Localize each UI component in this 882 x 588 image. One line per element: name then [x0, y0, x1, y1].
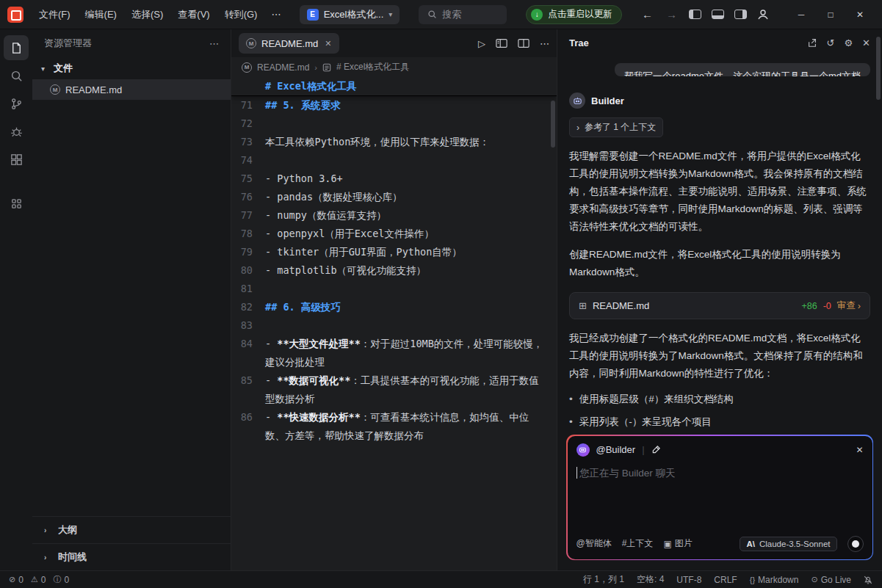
code-line[interactable]: 82## 6. 高级技巧: [231, 298, 557, 316]
files-section-header[interactable]: ▾ 文件: [32, 57, 231, 79]
code-line[interactable]: 85- **数据可视化**：工具提供基本的可视化功能，适用于数值型数据分析: [231, 371, 557, 408]
menu-file[interactable]: 文件(F): [32, 5, 77, 24]
maximize-button[interactable]: □: [816, 0, 845, 29]
tools-icon[interactable]: [651, 445, 661, 454]
editor-scrollbar[interactable]: [551, 101, 555, 148]
restart-update-button[interactable]: ↓ 点击重启以更新: [526, 5, 622, 24]
status-item-5[interactable]: ⊙Go Live: [811, 575, 851, 585]
code-line[interactable]: 74: [231, 151, 557, 170]
code-line[interactable]: 72: [231, 115, 557, 133]
chat-scrollbar[interactable]: [876, 37, 881, 100]
code-line[interactable]: 76- pandas（数据处理核心库）: [231, 188, 557, 206]
extensions-icon[interactable]: [4, 147, 29, 172]
menu-view[interactable]: 查看(V): [171, 5, 216, 24]
menu-edit[interactable]: 编辑(E): [79, 5, 123, 24]
tab-close-icon[interactable]: ✕: [325, 39, 331, 48]
window-controls: ─ □ ✕: [787, 0, 875, 29]
account-icon[interactable]: [757, 9, 769, 21]
nav-forward-icon[interactable]: →: [665, 8, 679, 21]
input-action-1[interactable]: #上下文: [622, 537, 654, 550]
open-preview-icon[interactable]: [496, 38, 507, 48]
tab-readme[interactable]: M README.md ✕: [239, 33, 339, 54]
bullet-icon: •: [569, 414, 573, 427]
code-line[interactable]: 86- **快速数据分析**：可查看基本统计信息，如均值、中位数、方差等，帮助快…: [231, 408, 557, 445]
more-actions-icon[interactable]: ⋯: [540, 38, 549, 49]
breadcrumb[interactable]: M README.md › # Excel格式化工具: [231, 57, 557, 77]
code-line[interactable]: 79- tkinter（用于GUI界面，Python自带）: [231, 243, 557, 261]
error-icon: ⊘: [9, 575, 15, 584]
line-number: 78: [231, 225, 265, 243]
menu-selection[interactable]: 选择(S): [125, 5, 170, 24]
line-number: 84: [231, 335, 265, 371]
explorer-icon[interactable]: [4, 35, 29, 60]
toggle-secondary-sidebar-icon[interactable]: [734, 10, 747, 19]
chevron-right-icon: ›: [576, 123, 579, 133]
code-line[interactable]: 84- **大型文件处理**：对于超过10MB的文件，处理可能较慢，建议分批处理: [231, 335, 557, 371]
split-editor-icon[interactable]: [518, 38, 529, 48]
status-item-2[interactable]: UTF-8: [676, 575, 701, 585]
code-line[interactable]: 78- openpyxl（用于Excel文件操作）: [231, 225, 557, 243]
code-area[interactable]: # Excel格式化工具 71## 5. 系统要求7273本工具依赖Python…: [231, 77, 557, 570]
close-button[interactable]: ✕: [845, 0, 875, 29]
timeline-section[interactable]: › 时间线: [32, 543, 231, 570]
code-line[interactable]: 71## 5. 系统要求: [231, 96, 557, 115]
status-error[interactable]: ⊘0: [9, 575, 24, 585]
run-icon[interactable]: ▷: [478, 38, 485, 49]
review-button[interactable]: 审查 ›: [837, 300, 861, 312]
title-bar: 文件(F)编辑(E)选择(S)查看(V)转到(G) ⋯ E Excel格式化..…: [0, 0, 882, 29]
history-icon[interactable]: ↺: [827, 37, 835, 48]
input-action-0[interactable]: @智能体: [576, 537, 612, 550]
debug-icon[interactable]: [4, 119, 29, 144]
status-item-3[interactable]: CRLF: [714, 575, 737, 585]
model-selector[interactable]: A\ Claude-3.5-Sonnet: [740, 537, 836, 551]
code-line[interactable]: 75- Python 3.6+: [231, 170, 557, 188]
code-line[interactable]: 83: [231, 316, 557, 335]
global-search[interactable]: 搜索: [419, 5, 507, 24]
app-logo-icon[interactable]: [7, 7, 24, 23]
outline-section[interactable]: › 大纲: [32, 516, 231, 543]
status-item-4[interactable]: {}Markdown: [750, 575, 799, 585]
apps-grid-icon[interactable]: [4, 191, 29, 216]
input-action-2[interactable]: ▣图片: [663, 537, 692, 550]
settings-gear-icon[interactable]: ⚙: [844, 37, 853, 48]
chevron-right-icon: ›: [858, 301, 861, 311]
breadcrumb-symbol[interactable]: # Excel格式化工具: [336, 61, 409, 73]
code-line[interactable]: 81: [231, 280, 557, 298]
project-switcher[interactable]: E Excel格式化... ▾: [300, 5, 400, 24]
sidebar-title: 资源管理器: [44, 37, 92, 50]
code-line[interactable]: 73本工具依赖Python环境，使用以下库来处理数据：: [231, 133, 557, 151]
status-item-0[interactable]: 行 1，列 1: [583, 573, 624, 586]
builder-avatar: [569, 92, 585, 109]
chevron-down-icon: ▾: [41, 65, 48, 73]
sidebar-more-icon[interactable]: ⋯: [209, 38, 219, 49]
file-change-card[interactable]: ⊞ README.md +86 -0 审查 ›: [569, 292, 870, 319]
breadcrumb-file[interactable]: README.md: [257, 62, 309, 73]
notifications-muted-icon[interactable]: [863, 575, 873, 585]
chevron-right-icon: ›: [44, 553, 51, 562]
toggle-panel-icon[interactable]: [712, 10, 724, 19]
line-number: 82: [231, 298, 265, 316]
toggle-sidebar-icon[interactable]: [689, 10, 701, 19]
code-line[interactable]: 77- numpy（数值运算支持）: [231, 206, 557, 225]
file-item-readme[interactable]: M README.md: [32, 79, 231, 100]
minimize-button[interactable]: ─: [787, 0, 816, 29]
chat-messages[interactable]: 帮我写一个readme文件，这个实现的工具是一个md文档 Builder › 参…: [557, 56, 882, 427]
status-item-1[interactable]: 空格: 4: [637, 573, 664, 586]
nav-back-icon[interactable]: ←: [640, 8, 654, 21]
share-chat-icon[interactable]: [807, 37, 817, 48]
menu-go[interactable]: 转到(G): [218, 5, 264, 24]
context-reference-button[interactable]: › 参考了 1 个上下文: [569, 117, 663, 137]
status-info[interactable]: ⓘ0: [53, 574, 69, 585]
search-sidebar-icon[interactable]: [4, 63, 29, 88]
chat-text-area[interactable]: 您正在与 Builder 聊天: [576, 467, 864, 536]
agent-mention[interactable]: @Builder: [596, 444, 636, 455]
code-line[interactable]: 80- matplotlib（可视化功能支持）: [231, 261, 557, 280]
close-panel-icon[interactable]: ✕: [862, 37, 870, 48]
close-input-icon[interactable]: ✕: [856, 445, 863, 455]
menu-overflow-icon[interactable]: ⋯: [265, 7, 286, 21]
status-warning[interactable]: ⚠0: [31, 575, 46, 585]
source-control-icon[interactable]: [4, 91, 29, 116]
chat-input-box[interactable]: @Builder | ✕ 您正在与 Builder 聊天 @智能体#上下文▣图片: [568, 436, 872, 559]
sticky-scroll-heading[interactable]: # Excel格式化工具: [231, 77, 557, 96]
send-button[interactable]: [847, 536, 864, 552]
